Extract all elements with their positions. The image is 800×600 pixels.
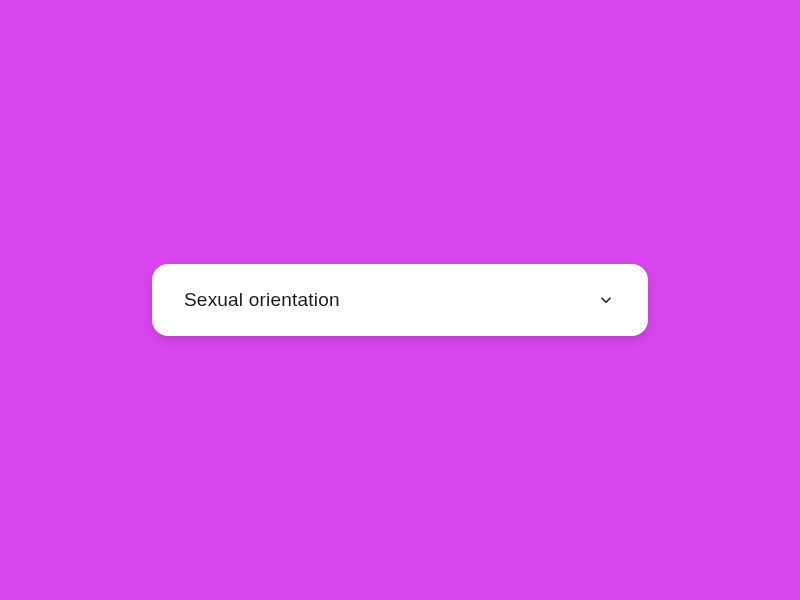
- chevron-down-icon: [596, 290, 616, 310]
- sexual-orientation-dropdown[interactable]: Sexual orientation: [152, 264, 648, 336]
- dropdown-label: Sexual orientation: [184, 289, 340, 311]
